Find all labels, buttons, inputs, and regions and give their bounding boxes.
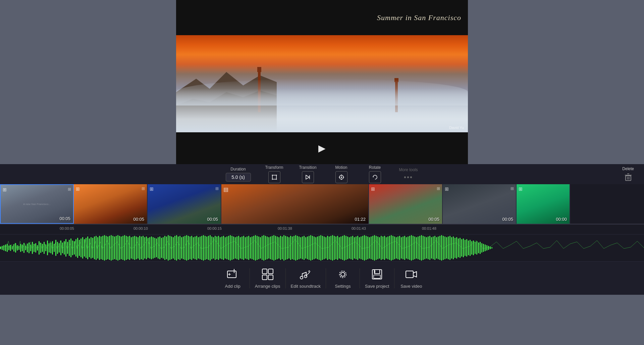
svg-rect-301 [466, 239, 467, 257]
timeline-clips: ⊞ ⊞ A new San Francisco... 00:05 ⊞ ⊞ 00:… [0, 184, 644, 224]
svg-rect-253 [386, 237, 387, 259]
svg-rect-237 [359, 237, 360, 259]
svg-rect-316 [491, 247, 492, 249]
svg-rect-306 [475, 242, 476, 254]
svg-rect-299 [463, 238, 464, 257]
clip-4[interactable]: ▤ 01:22 [221, 184, 369, 224]
clip-2[interactable]: ⊞ ⊞ 00:05 [74, 184, 148, 224]
clip-3[interactable]: ⊞ ⊞ 00:05 [148, 184, 221, 224]
svg-rect-292 [451, 237, 452, 259]
svg-rect-53 [50, 243, 51, 253]
svg-point-328 [341, 272, 345, 276]
clip-5[interactable]: ⊞ ⊞ 00:05 [369, 184, 443, 224]
svg-rect-94 [119, 236, 120, 260]
duration-item: Duration [226, 167, 251, 182]
svg-rect-109 [144, 237, 145, 259]
svg-rect-255 [389, 236, 390, 260]
svg-rect-194 [287, 236, 288, 259]
svg-rect-283 [436, 237, 437, 259]
svg-rect-247 [376, 236, 377, 260]
settings-tool[interactable]: Settings [326, 264, 360, 292]
svg-rect-95 [121, 236, 122, 259]
svg-rect-234 [354, 237, 355, 259]
svg-rect-239 [362, 236, 363, 260]
motion-group: Motion [331, 165, 352, 183]
svg-rect-68 [75, 239, 76, 257]
save-project-tool[interactable]: Save project [360, 264, 394, 292]
rotate-item[interactable]: Rotate [365, 165, 385, 183]
svg-marker-7 [306, 175, 309, 179]
motion-icon-btn[interactable] [335, 171, 347, 183]
svg-rect-201 [299, 236, 300, 259]
svg-rect-282 [434, 236, 435, 260]
video-top-bar: Summer in San Francisco [176, 0, 468, 35]
svg-point-4 [276, 175, 277, 176]
svg-rect-248 [377, 236, 378, 259]
transition-item[interactable]: Transition [298, 165, 318, 183]
svg-rect-252 [384, 236, 385, 260]
svg-rect-60 [62, 243, 63, 253]
svg-rect-152 [216, 236, 217, 259]
transition-icon-btn[interactable] [302, 171, 314, 183]
svg-rect-28 [8, 246, 9, 250]
delete-label: Delete [622, 166, 634, 171]
motion-label: Motion [335, 165, 347, 170]
edit-soundtrack-icon [299, 268, 312, 281]
bottom-toolbar: Add clip Arrange clips [0, 261, 644, 295]
clip-1-text: A new San Francisco... [23, 203, 51, 206]
svg-rect-164 [236, 236, 237, 259]
play-button[interactable]: ▶ [318, 143, 326, 154]
svg-rect-72 [82, 237, 83, 259]
svg-rect-155 [221, 236, 222, 259]
svg-rect-123 [168, 235, 169, 261]
svg-rect-57 [57, 242, 58, 254]
svg-rect-61 [64, 241, 65, 255]
waveform-svg [0, 234, 644, 261]
edit-soundtrack-tool[interactable]: Edit soundtrack [286, 264, 326, 292]
svg-rect-74 [86, 238, 87, 258]
svg-rect-136 [190, 236, 191, 259]
add-clip-tool[interactable]: Add clip [216, 264, 250, 292]
clip-6[interactable]: ⊞ ⊞ 00:05 [443, 184, 517, 224]
svg-rect-131 [181, 237, 182, 259]
svg-rect-47 [40, 243, 41, 253]
svg-rect-81 [97, 237, 98, 259]
svg-rect-257 [392, 236, 393, 260]
transform-item[interactable]: Transform [264, 165, 284, 183]
svg-rect-302 [468, 240, 469, 255]
clip-1[interactable]: ⊞ ⊞ A new San Francisco... 00:05 [0, 184, 74, 224]
svg-rect-187 [275, 236, 276, 260]
svg-rect-107 [141, 236, 142, 259]
motion-item[interactable]: Motion [331, 165, 352, 183]
svg-rect-259 [396, 237, 397, 259]
svg-rect-310 [481, 243, 482, 253]
svg-rect-236 [357, 236, 358, 260]
svg-rect-286 [441, 235, 442, 261]
svg-rect-251 [382, 236, 383, 259]
arrange-clips-tool[interactable]: Arrange clips [250, 264, 285, 292]
svg-rect-221 [332, 235, 333, 261]
svg-rect-209 [312, 236, 313, 260]
rotate-icon-btn[interactable] [369, 171, 381, 183]
svg-rect-69 [77, 238, 78, 258]
svg-rect-212 [317, 236, 318, 259]
svg-rect-103 [134, 236, 135, 260]
clip-7[interactable]: ⊞ 00:00 [517, 184, 570, 224]
delete-button[interactable]: Delete [622, 166, 634, 182]
svg-rect-49 [44, 242, 45, 254]
svg-rect-29 [10, 245, 11, 251]
transition-group: Transition [298, 165, 318, 183]
save-video-tool[interactable]: Save video [394, 264, 428, 292]
svg-rect-312 [485, 245, 486, 251]
svg-rect-157 [225, 237, 226, 259]
duration-input[interactable] [226, 173, 251, 182]
svg-rect-180 [263, 235, 264, 261]
svg-rect-179 [262, 236, 263, 260]
more-tools-item[interactable]: More tools ••• [398, 167, 419, 181]
svg-rect-66 [72, 240, 73, 255]
transform-icon-btn[interactable] [268, 171, 280, 183]
svg-rect-171 [248, 236, 249, 260]
svg-rect-217 [325, 237, 326, 259]
svg-rect-120 [163, 237, 164, 259]
svg-rect-168 [243, 236, 244, 260]
